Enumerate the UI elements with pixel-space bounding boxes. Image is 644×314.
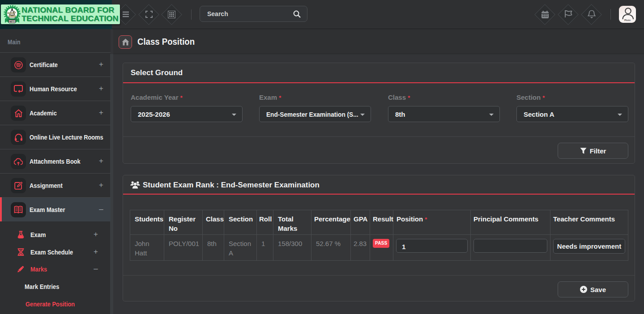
svg-text:NBTE: NBTE	[9, 21, 15, 23]
